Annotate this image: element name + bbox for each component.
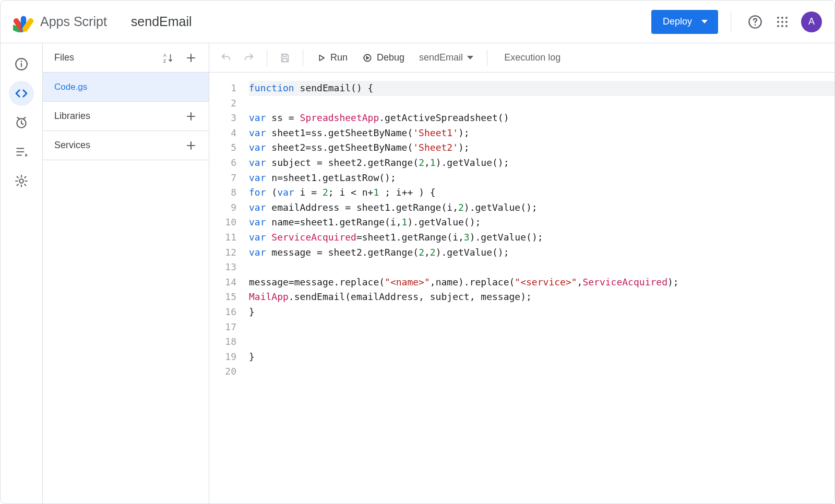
plus-icon [185, 52, 197, 64]
code-icon [14, 86, 29, 101]
libraries-header: Libraries [43, 102, 209, 131]
debug-icon [362, 53, 373, 63]
function-selected: sendEmail [419, 52, 463, 63]
divider [267, 50, 267, 66]
svg-point-11 [785, 21, 788, 23]
save-icon [279, 52, 291, 64]
svg-text:Z: Z [163, 58, 166, 64]
run-button[interactable]: Run [311, 47, 354, 68]
svg-rect-16 [21, 63, 22, 67]
sort-az-icon: AZ [162, 52, 174, 64]
header: Apps Script sendEmail Deploy A [1, 1, 834, 43]
redo-button[interactable] [238, 47, 259, 68]
clock-icon [15, 116, 28, 129]
svg-point-24 [364, 54, 371, 61]
add-file-button[interactable] [182, 49, 200, 67]
plus-icon [185, 139, 197, 152]
chevron-down-icon [467, 56, 473, 59]
svg-point-17 [21, 61, 22, 62]
plus-icon [185, 110, 197, 123]
svg-point-6 [777, 17, 779, 19]
gear-icon [15, 174, 28, 188]
svg-point-9 [777, 21, 779, 23]
avatar-letter: A [808, 16, 815, 27]
undo-icon [220, 52, 232, 64]
editor-area: Run Debug sendEmail Execution log 123456… [209, 43, 834, 503]
play-icon [317, 53, 326, 63]
svg-point-10 [781, 21, 783, 23]
editor-toolbar: Run Debug sendEmail Execution log [209, 43, 834, 73]
save-button[interactable] [275, 47, 295, 68]
executions-icon [15, 145, 28, 159]
svg-rect-23 [283, 58, 287, 61]
code-editor[interactable]: 1234567891011121314151617181920 function… [209, 73, 834, 503]
libraries-label: Libraries [54, 111, 90, 122]
rail-editor[interactable] [9, 81, 34, 106]
svg-point-5 [755, 24, 756, 26]
info-icon [15, 57, 28, 71]
exec-log-label: Execution log [504, 52, 560, 63]
add-service-button[interactable] [182, 136, 200, 155]
svg-point-12 [777, 25, 779, 27]
divider [487, 50, 487, 66]
undo-button[interactable] [216, 47, 236, 68]
brand-name: Apps Script [40, 14, 107, 29]
files-panel: Files AZ Code.gs Libraries Services [42, 43, 209, 503]
svg-point-13 [781, 25, 783, 27]
debug-button[interactable]: Debug [356, 47, 411, 68]
files-header: Files AZ [43, 43, 209, 73]
deploy-label: Deploy [663, 16, 692, 27]
help-button[interactable] [744, 10, 767, 33]
file-name: Code.gs [54, 82, 87, 92]
apps-button[interactable] [771, 10, 794, 33]
svg-rect-22 [283, 54, 286, 56]
help-icon [748, 15, 762, 29]
divider [731, 11, 731, 32]
code-content[interactable]: function sendEmail() { var ss = Spreadsh… [244, 81, 834, 503]
svg-point-19 [19, 179, 23, 183]
services-header: Services [43, 131, 209, 160]
svg-point-8 [785, 17, 788, 19]
sort-button[interactable]: AZ [159, 49, 177, 67]
debug-label: Debug [377, 52, 404, 63]
line-gutter: 1234567891011121314151617181920 [209, 81, 244, 503]
divider [303, 50, 303, 66]
svg-text:A: A [163, 53, 167, 58]
rail-settings[interactable] [9, 169, 34, 194]
rail-overview[interactable] [9, 52, 34, 77]
files-label: Files [54, 52, 74, 63]
svg-point-14 [785, 25, 788, 27]
svg-point-7 [781, 17, 783, 19]
account-avatar[interactable]: A [801, 11, 822, 32]
apps-grid-icon [776, 16, 789, 28]
services-label: Services [54, 140, 90, 151]
apps-script-logo-icon [13, 11, 34, 32]
project-title[interactable]: sendEmail [131, 14, 192, 29]
rail-executions[interactable] [9, 139, 34, 164]
chevron-down-icon [701, 20, 708, 23]
function-selector[interactable]: sendEmail [413, 52, 480, 63]
run-label: Run [330, 52, 348, 63]
execution-log-button[interactable]: Execution log [495, 52, 570, 63]
nav-rail [1, 43, 42, 503]
file-item-code-gs[interactable]: Code.gs [43, 73, 209, 102]
rail-triggers[interactable] [9, 110, 34, 135]
deploy-button[interactable]: Deploy [651, 10, 718, 34]
add-library-button[interactable] [182, 107, 200, 126]
redo-icon [243, 52, 255, 64]
